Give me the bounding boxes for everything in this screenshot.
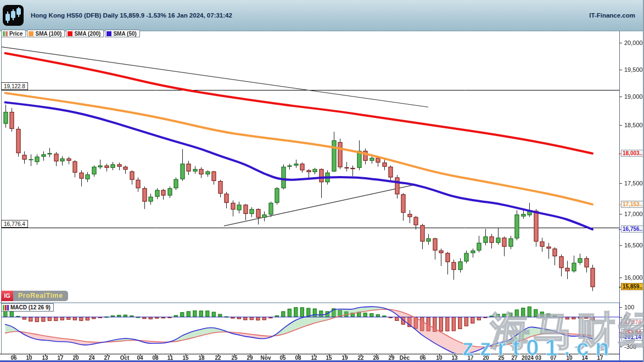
- price-tick-label: 19,000: [624, 93, 643, 100]
- overlay-legend: Price SMA (100) SMA (200) SMA (50): [1, 30, 140, 37]
- price-badge: 18,003..: [621, 150, 643, 157]
- prorealtime-logo[interactable]: IG ProRealTime: [1, 291, 68, 301]
- url-watermark: zzrt01.cn: [462, 335, 615, 361]
- sma200-swatch-icon: [68, 31, 72, 36]
- hline-label[interactable]: 19,122.8: [1, 82, 28, 90]
- macd-icon: [3, 305, 9, 310]
- legend-item-price[interactable]: Price: [1, 30, 26, 37]
- price-tick-label: 17,500: [624, 180, 643, 186]
- hline-label[interactable]: 16,776.4: [1, 220, 28, 228]
- legend-item-sma50[interactable]: SMA (50): [105, 30, 139, 37]
- macd-indicator-legend[interactable]: MACD (12 26 9): [1, 303, 54, 312]
- legend-item-sma100[interactable]: SMA (100): [27, 30, 65, 37]
- ig-logo: IG: [1, 291, 13, 301]
- price-badge: 16,756..: [621, 225, 643, 233]
- price-badge: 15,859..: [621, 283, 643, 290]
- price-swatch-icon: [3, 31, 8, 36]
- price-tick-label: 16,500: [624, 242, 643, 248]
- price-tick-label: 20,000: [624, 39, 643, 46]
- price-tick-label: 19,500: [624, 66, 643, 73]
- legend-item-sma200[interactable]: SMA (200): [66, 30, 104, 37]
- chart-window: Hong Kong HS50 (DFB) Daily 15,859.9 -1.5…: [0, 0, 644, 362]
- prorealtime-label: ProRealTime: [13, 291, 68, 301]
- price-tick-label: 18,500: [624, 122, 643, 128]
- price-badge: 17,153..: [621, 201, 643, 208]
- sma50-swatch-icon: [107, 31, 111, 36]
- sma100-swatch-icon: [29, 31, 33, 36]
- price-tick-label: 17,000: [624, 211, 643, 217]
- price-tick-label: 16,000: [624, 274, 643, 281]
